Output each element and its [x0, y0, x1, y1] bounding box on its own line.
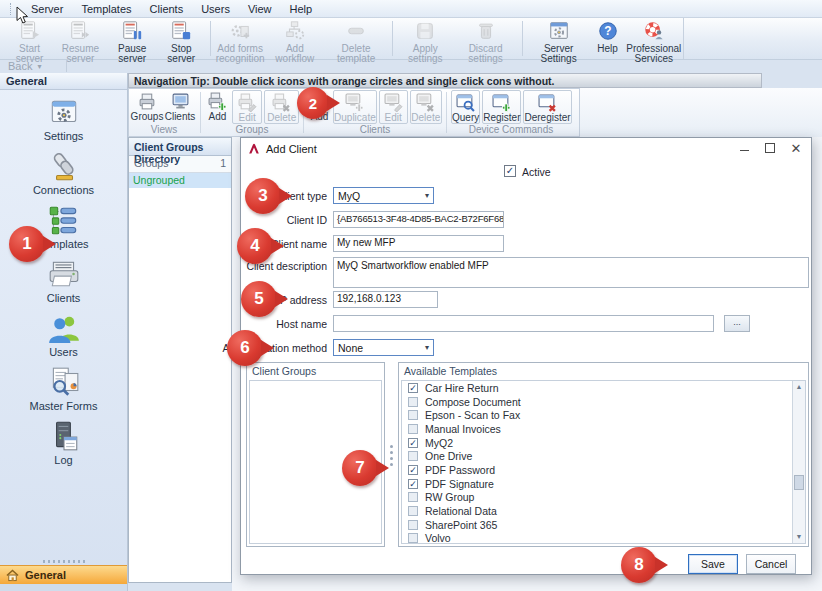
client-description-textarea[interactable]: MyQ Smartworkflow enabled MFP	[333, 257, 809, 288]
client-id-input[interactable]: {AB766513-3F48-4D85-BAC2-B72F6F680053}	[333, 211, 504, 228]
menu-server[interactable]: Server	[22, 1, 72, 17]
device-register-button[interactable]: Register	[482, 90, 521, 124]
device-query-button[interactable]: Query	[451, 90, 480, 124]
menu-view[interactable]: View	[239, 1, 281, 17]
template-row[interactable]: SharePoint 365	[402, 518, 805, 532]
sidebar-footer-general[interactable]: General	[0, 565, 127, 584]
back-button[interactable]: Back ▾	[8, 60, 41, 72]
template-row[interactable]: Relational Data	[402, 504, 805, 518]
views-clients-button[interactable]: Clients	[163, 90, 197, 124]
close-button[interactable]: ✕	[783, 138, 809, 158]
template-row[interactable]: Car Hire Return	[402, 381, 805, 395]
templates-list: Car Hire Return Compose Document Epson -…	[401, 380, 806, 544]
template-checkbox[interactable]	[408, 424, 418, 434]
available-templates-box-title: Available Templates	[399, 363, 808, 379]
template-checkbox[interactable]	[408, 479, 418, 489]
template-row[interactable]: PDF Signature	[402, 477, 805, 491]
template-checkbox[interactable]	[408, 438, 418, 448]
delete-template-icon	[345, 20, 367, 42]
host-name-browse-button[interactable]: ...	[724, 315, 750, 332]
navigation-bar: Back ▾	[0, 59, 822, 73]
deregister-device-icon	[538, 93, 557, 112]
stop-server-button[interactable]: Stop server	[157, 18, 206, 59]
template-checkbox[interactable]	[408, 520, 418, 530]
template-row[interactable]: RW Group	[402, 491, 805, 505]
save-button[interactable]: Save	[688, 554, 738, 574]
views-groups-button[interactable]: Groups	[131, 90, 163, 124]
ip-address-input[interactable]: 192,168.0.123	[333, 291, 438, 308]
authentication-method-select[interactable]: None ▾	[333, 339, 434, 356]
panel-splitter[interactable]	[387, 366, 395, 544]
template-checkbox[interactable]	[408, 465, 418, 475]
duplicate-client-icon	[345, 93, 364, 112]
dialog-titlebar[interactable]: Add Client ✕	[241, 138, 811, 159]
clients-delete-button[interactable]: Delete	[410, 90, 442, 124]
host-name-label: Host name	[276, 318, 327, 330]
template-row[interactable]: PDF Password	[402, 463, 805, 477]
discard-settings-button[interactable]: Discard settings	[454, 18, 518, 59]
scroll-down-icon[interactable]: ▼	[793, 531, 805, 543]
sidebar-item-log[interactable]: Log	[47, 419, 81, 466]
template-row[interactable]: MyQ2	[402, 436, 805, 450]
template-checkbox[interactable]	[408, 383, 418, 393]
template-row[interactable]: Compose Document	[402, 395, 805, 409]
minimize-button[interactable]	[731, 138, 757, 158]
scrollbar-thumb[interactable]	[794, 475, 804, 490]
groups-add-button[interactable]: Add	[204, 90, 231, 124]
template-row[interactable]: One Drive	[402, 449, 805, 463]
ribbon-caption-clients: Clients	[305, 124, 445, 136]
server-settings-button[interactable]: Server Settings	[527, 18, 591, 59]
delete-template-button[interactable]: Delete template	[324, 18, 388, 59]
help-button[interactable]: ? Help	[591, 18, 625, 59]
groups-delete-button[interactable]: Delete	[264, 90, 299, 124]
step-balloon-5: 5	[241, 281, 277, 317]
sidebar: General Settings Connections Templates C…	[0, 73, 128, 591]
template-row[interactable]: Manual Invoices	[402, 422, 805, 436]
groups-edit-button[interactable]: Edit	[232, 90, 263, 124]
add-workflow-button[interactable]: Add workflow	[266, 18, 324, 59]
clients-edit-button[interactable]: Edit	[379, 90, 408, 124]
sidebar-item-master-forms[interactable]: Master Forms	[30, 365, 98, 412]
maximize-button[interactable]	[757, 138, 783, 158]
template-checkbox[interactable]	[408, 451, 418, 461]
client-type-select[interactable]: MyQ ▾	[333, 187, 434, 204]
template-row[interactable]: Epson - Scan to Fax	[402, 408, 805, 422]
menu-templates[interactable]: Templates	[72, 1, 140, 17]
template-checkbox[interactable]	[408, 397, 418, 407]
add-forms-recognition-button[interactable]: Add forms recognition	[215, 18, 266, 59]
menu-clients[interactable]: Clients	[141, 1, 193, 17]
start-server-button[interactable]: Start server	[6, 18, 53, 59]
step-balloon-2: 2	[297, 87, 329, 119]
client-name-input[interactable]: My new MFP	[333, 235, 504, 252]
professional-services-button[interactable]: Professional Services	[625, 18, 683, 59]
sidebar-resize-grip[interactable]	[0, 558, 127, 565]
scroll-up-icon[interactable]: ▲	[793, 381, 805, 393]
template-checkbox[interactable]	[408, 410, 418, 420]
apply-settings-button[interactable]: Apply settings	[397, 18, 454, 59]
menu-help[interactable]: Help	[281, 1, 322, 17]
sidebar-item-connections[interactable]: Connections	[33, 149, 94, 196]
host-name-input[interactable]	[333, 315, 714, 332]
close-icon: ✕	[791, 141, 802, 156]
templates-scrollbar[interactable]: ▲ ▼	[792, 381, 805, 543]
group-row-ungrouped[interactable]: Ungrouped	[129, 173, 231, 188]
sidebar-item-settings[interactable]: Settings	[44, 95, 84, 142]
ribbon-group-device-commands: Query Register Deregister Device Command…	[448, 89, 574, 136]
template-row[interactable]: Volvo	[402, 532, 805, 544]
resume-server-button[interactable]: Resume server	[53, 18, 108, 59]
query-device-icon	[456, 93, 475, 112]
device-deregister-button[interactable]: Deregister	[523, 90, 571, 124]
template-checkbox[interactable]	[408, 506, 418, 516]
cancel-button[interactable]: Cancel	[746, 554, 796, 574]
pause-server-button[interactable]: Pause server	[108, 18, 157, 59]
active-checkbox[interactable]	[504, 165, 516, 177]
step-balloon-7: 7	[342, 450, 378, 486]
template-checkbox[interactable]	[408, 492, 418, 502]
sidebar-item-users[interactable]: Users	[47, 311, 81, 358]
add-workflow-icon	[284, 20, 306, 42]
navigation-tip-bar: Navigation Tip: Double click icons with …	[128, 73, 762, 88]
template-checkbox[interactable]	[408, 533, 418, 543]
menu-users[interactable]: Users	[192, 1, 239, 17]
sidebar-item-clients[interactable]: Clients	[47, 257, 81, 304]
edit-group-icon	[238, 93, 257, 112]
